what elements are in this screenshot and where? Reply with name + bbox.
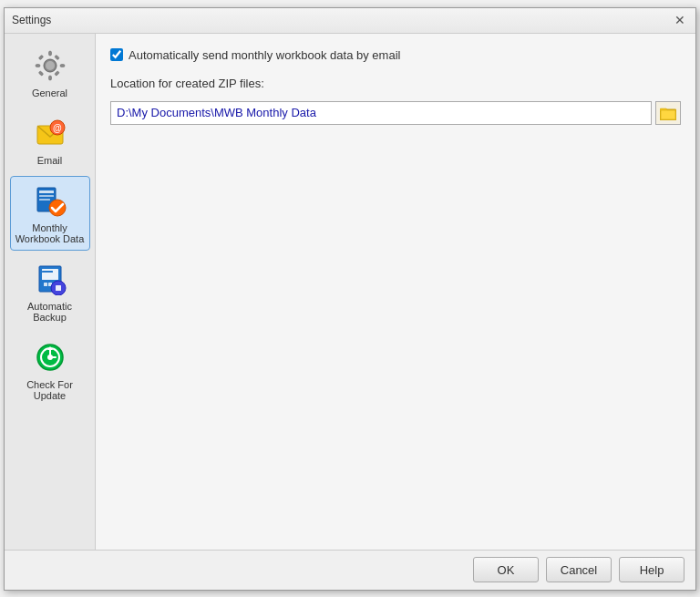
sidebar-item-check-update[interactable]: Check For Update: [10, 333, 90, 407]
cancel-button[interactable]: Cancel: [546, 557, 612, 582]
auto-send-checkbox[interactable]: [110, 48, 123, 61]
svg-rect-19: [42, 269, 58, 280]
svg-rect-31: [661, 110, 675, 119]
ok-button[interactable]: OK: [473, 557, 539, 582]
backup-icon: [32, 261, 68, 297]
svg-rect-8: [38, 70, 44, 76]
close-button[interactable]: ✕: [672, 12, 688, 28]
sidebar-item-email-label: Email: [37, 155, 63, 166]
zip-location-label: Location for created ZIP files:: [110, 77, 681, 90]
email-icon: @: [32, 115, 68, 151]
svg-rect-7: [54, 55, 59, 60]
svg-rect-6: [54, 70, 59, 76]
sidebar-item-monthly-label: Monthly Workbook Data: [15, 222, 86, 244]
svg-rect-23: [42, 271, 53, 273]
sidebar-item-general-label: General: [32, 87, 67, 98]
settings-window: Settings ✕: [4, 7, 696, 591]
svg-rect-5: [38, 55, 44, 60]
svg-rect-1: [48, 51, 51, 56]
monthly-workbook-icon: [32, 182, 68, 219]
browse-button[interactable]: [655, 101, 681, 125]
svg-text:@: @: [53, 123, 62, 133]
svg-rect-4: [60, 64, 65, 67]
sidebar-item-update-label: Check For Update: [15, 379, 86, 401]
sidebar-item-backup-label: Automatic Backup: [15, 301, 86, 323]
svg-point-28: [47, 355, 53, 360]
sidebar-item-general[interactable]: General: [10, 41, 90, 105]
auto-send-label[interactable]: Automatically send monthly workbook data…: [129, 48, 400, 62]
sidebar: General @ Email: [5, 34, 96, 550]
sidebar-item-monthly-workbook-data[interactable]: Monthly Workbook Data: [10, 176, 90, 251]
svg-rect-25: [56, 285, 61, 291]
svg-rect-15: [39, 195, 54, 197]
svg-rect-16: [39, 199, 50, 201]
title-bar: Settings ✕: [5, 8, 695, 34]
svg-rect-14: [39, 190, 54, 193]
sidebar-item-automatic-backup[interactable]: Automatic Backup: [10, 254, 90, 329]
zip-path-input[interactable]: [110, 101, 652, 125]
help-button[interactable]: Help: [619, 557, 685, 582]
svg-point-9: [46, 61, 55, 70]
update-icon: [32, 339, 68, 376]
content-area: General @ Email: [5, 34, 695, 550]
sidebar-item-email[interactable]: @ Email: [10, 108, 90, 172]
svg-rect-3: [36, 64, 40, 67]
auto-send-checkbox-row: Automatically send monthly workbook data…: [110, 48, 681, 62]
svg-rect-20: [44, 283, 47, 286]
general-icon: [32, 47, 68, 84]
bottom-bar: OK Cancel Help: [5, 550, 695, 590]
svg-rect-2: [48, 76, 51, 80]
window-title: Settings: [12, 14, 51, 26]
main-panel: Automatically send monthly workbook data…: [96, 34, 695, 550]
path-row: [110, 101, 681, 125]
folder-icon: [660, 106, 676, 120]
